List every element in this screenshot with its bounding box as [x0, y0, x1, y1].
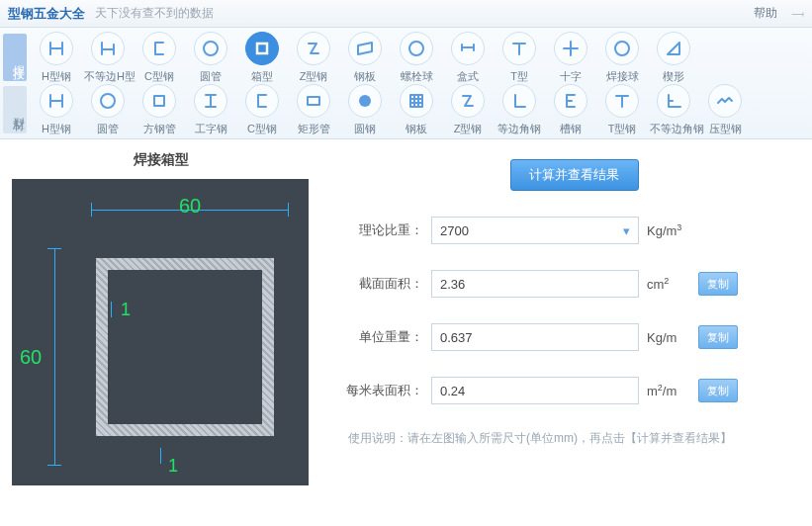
- density-unit: Kg/m3: [647, 222, 692, 238]
- tool-box-type[interactable]: 盒式: [444, 32, 492, 84]
- dim-width: 60: [91, 201, 289, 219]
- tool-label: C型钢: [238, 122, 286, 136]
- tool-label: 钢板: [341, 69, 389, 84]
- tool-round-pipe[interactable]: 圆管: [187, 32, 234, 84]
- app-title: 型钢五金大全: [8, 5, 85, 23]
- thickness-top[interactable]: 1: [121, 300, 131, 320]
- tab-weld[interactable]: 焊接: [3, 34, 27, 81]
- tool-label: 矩形管: [290, 122, 337, 136]
- tab-profile[interactable]: 型材: [3, 86, 27, 133]
- diagram-canvas[interactable]: 60 60 1 1: [12, 179, 309, 485]
- titlebar: 型钢五金大全 天下没有查不到的数据 帮助 ⟞: [0, 0, 812, 28]
- tool-label: T型钢: [598, 122, 646, 136]
- app-subtitle: 天下没有查不到的数据: [95, 5, 214, 22]
- channel-icon: [554, 84, 587, 118]
- tool-square-pipe[interactable]: 方钢管: [135, 84, 183, 136]
- tool-i-beam[interactable]: 工字钢: [187, 84, 234, 136]
- help-link[interactable]: 帮助: [754, 5, 777, 22]
- tool-c-steel[interactable]: C型钢: [135, 32, 183, 84]
- tool-label: H型钢: [33, 69, 80, 84]
- tool-h-steel[interactable]: H型钢: [33, 32, 80, 84]
- plate2-icon: [400, 84, 433, 118]
- tool-plate[interactable]: 钢板: [341, 32, 389, 84]
- svg-point-5: [359, 95, 371, 107]
- area-input[interactable]: [431, 270, 639, 298]
- tool-box[interactable]: 箱型: [238, 32, 286, 84]
- tool-label: 压型钢: [701, 122, 749, 136]
- tool-label: H型钢: [33, 122, 80, 136]
- tool-label: 箱型: [238, 69, 286, 84]
- thick-tick-top: [111, 302, 112, 317]
- i-beam-icon: [194, 84, 227, 118]
- area-unit: cm2: [647, 276, 692, 292]
- copy-weight-button[interactable]: 复制: [698, 325, 738, 349]
- tool-channel[interactable]: 槽钢: [547, 84, 594, 136]
- tool-unequal-angle[interactable]: 不等边角钢: [650, 84, 697, 136]
- thick-tick-bottom: [160, 448, 161, 464]
- surface-input[interactable]: [431, 377, 639, 404]
- tool-label: 不等边角钢: [650, 122, 697, 136]
- unequal-h-icon: [91, 32, 125, 65]
- tool-equal-angle[interactable]: 等边角钢: [496, 84, 543, 136]
- area-label: 截面面积：: [344, 275, 423, 293]
- toolbar-row-weld: H型钢不等边H型C型钢圆管箱型Z型钢钢板螺栓球盒式T型十字焊接球楔形: [31, 32, 699, 84]
- tool-bolt-ball[interactable]: 螺栓球: [393, 32, 440, 84]
- tool-h-steel2[interactable]: H型钢: [33, 84, 80, 136]
- tool-label: 圆钢: [341, 122, 389, 136]
- tool-weld-ball[interactable]: 焊接球: [598, 32, 646, 84]
- tool-t-steel[interactable]: T型钢: [598, 84, 646, 136]
- form-panel: 计算并查看结果 理论比重： 2700 ▾ Kg/m3 截面面积： cm2 复制 …: [315, 151, 804, 485]
- dim-height: 60: [45, 248, 63, 466]
- density-select[interactable]: 2700 ▾: [431, 217, 639, 244]
- caret-down-icon: ▾: [623, 223, 630, 238]
- calculate-button[interactable]: 计算并查看结果: [510, 159, 639, 191]
- svg-point-0: [204, 42, 218, 55]
- dim-height-value[interactable]: 60: [20, 346, 42, 369]
- tool-z-steel2[interactable]: Z型钢: [444, 84, 492, 136]
- weight-label: 单位重量：: [344, 328, 423, 346]
- tool-press-form[interactable]: 压型钢: [701, 84, 749, 136]
- copy-surface-button[interactable]: 复制: [698, 379, 738, 402]
- round-pipe2-icon: [91, 84, 125, 118]
- tool-z-steel[interactable]: Z型钢: [290, 32, 337, 84]
- c-steel-icon: [142, 32, 176, 65]
- press-form-icon: [708, 84, 742, 118]
- tool-label: 楔形: [650, 69, 697, 84]
- plate-icon: [348, 32, 382, 65]
- tool-cross[interactable]: 十字: [547, 32, 594, 84]
- tool-label: 焊接球: [598, 69, 646, 84]
- diagram-panel: 焊接箱型 60 60 1 1: [8, 151, 315, 485]
- tool-round-steel[interactable]: 圆钢: [341, 84, 389, 136]
- tool-label: 圆管: [187, 69, 234, 84]
- usage-note: 使用说明：请在左图输入所需尺寸(单位mm)，再点击【计算并查看结果】: [348, 430, 804, 447]
- tool-rect-pipe[interactable]: 矩形管: [290, 84, 337, 136]
- tool-label: 盒式: [444, 69, 492, 84]
- t-type-icon: [502, 32, 536, 65]
- box-type-icon: [451, 32, 485, 65]
- z-steel-icon: [297, 32, 330, 65]
- tool-label: 十字: [547, 69, 594, 84]
- tool-unequal-h[interactable]: 不等边H型: [84, 32, 132, 84]
- density-value: 2700: [440, 223, 469, 238]
- dim-width-value[interactable]: 60: [179, 195, 201, 218]
- weight-input[interactable]: [431, 323, 639, 351]
- surface-label: 每米表面积：: [344, 382, 423, 399]
- copy-area-button[interactable]: 复制: [698, 272, 738, 296]
- equal-angle-icon: [502, 84, 536, 118]
- tool-wedge[interactable]: 楔形: [650, 32, 697, 84]
- thickness-bottom[interactable]: 1: [168, 456, 178, 477]
- tool-t-type[interactable]: T型: [496, 32, 543, 84]
- wedge-icon: [657, 32, 690, 65]
- tool-c-steel2[interactable]: C型钢: [238, 84, 286, 136]
- square-pipe-icon: [142, 84, 176, 118]
- h-steel-icon: [40, 32, 73, 65]
- toolbar: 焊接 H型钢不等边H型C型钢圆管箱型Z型钢钢板螺栓球盒式T型十字焊接球楔形 型材…: [0, 28, 812, 139]
- cross-icon: [554, 32, 587, 65]
- tool-label: Z型钢: [290, 69, 337, 84]
- tool-round-pipe2[interactable]: 圆管: [84, 84, 132, 136]
- tool-label: 钢板: [393, 122, 440, 136]
- tool-plate2[interactable]: 钢板: [393, 84, 440, 136]
- pin-icon[interactable]: ⟞: [791, 5, 804, 22]
- tool-label: 工字钢: [187, 122, 234, 136]
- tool-label: 不等边H型: [84, 69, 132, 84]
